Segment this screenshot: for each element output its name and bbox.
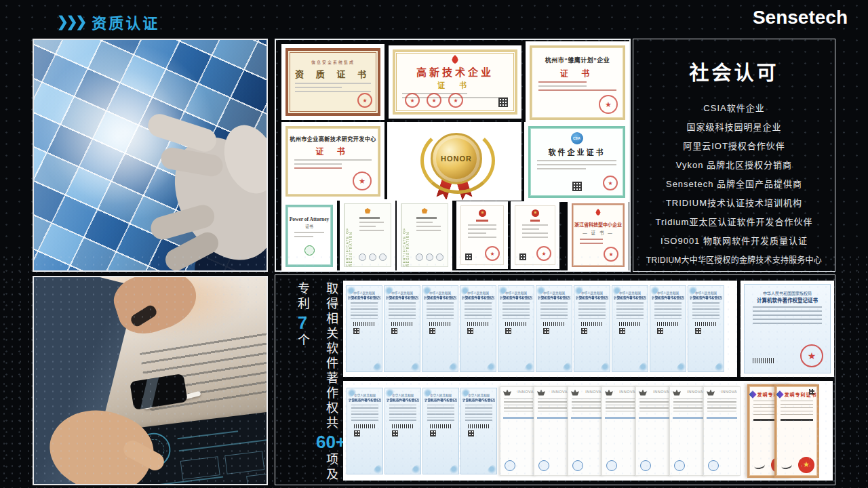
- certificate-gaoxin: 高新技术企业 证 书 ★ ★ ★: [389, 45, 521, 119]
- certificate-title: 资 质 证 书: [288, 67, 378, 80]
- software-copyright-certificate: 中华人民共和国 计算机软件著作权登记证书: [536, 285, 572, 372]
- social-item: 阿里云IOT授权合作伙伴: [633, 137, 835, 156]
- certificate-title: 中华人民共和国: [385, 393, 420, 397]
- software-copyright-certificate: 中华人民共和国 计算机软件著作权登记证书: [460, 285, 496, 372]
- chevrons-icon: ❯❯❯: [57, 13, 85, 30]
- registration-side-text: CERTIFICATE OF REGISTRATION: [344, 204, 353, 266]
- coat-of-arms-icon: [605, 390, 613, 396]
- social-item: Tridium亚太区认证软件开发合作伙伴: [633, 213, 835, 232]
- certificate-text-lines: [670, 399, 706, 412]
- social-item: TRIDIUM大中华区授权的金牌技术支持服务中心: [633, 251, 835, 270]
- certificate-title: 浙江省科技型中小企业: [573, 221, 623, 228]
- signature-mark: [781, 461, 792, 470]
- social-heading: 社会认可: [633, 57, 835, 85]
- divider-band: [571, 417, 601, 419]
- certificate-title: 中华人民共和国: [498, 291, 534, 295]
- certificate-text-lines: [410, 222, 448, 231]
- certificate-title: 中华人民共和国: [688, 291, 724, 295]
- invention-patent-certificate: 发明专利证书 ★: [774, 384, 819, 478]
- qr-code: [619, 328, 625, 334]
- certificate-title: 计算机软件著作权登记证书: [500, 295, 532, 299]
- certificate-text-lines: [612, 302, 648, 319]
- certificate-title: 软件企业证书: [530, 146, 623, 157]
- qr-code: [468, 430, 474, 436]
- certificate-chuying: 杭州市“雏鹰计划”企业 证 书 ★: [526, 41, 629, 124]
- blue-seal-icon: [674, 460, 685, 471]
- barcode: [619, 322, 641, 326]
- national-emblem-icon: [479, 209, 486, 217]
- barcode: [505, 322, 527, 326]
- red-seal-icon: ★: [353, 171, 372, 190]
- software-copyright-certificate: 中华人民共和国 计算机软件著作权登记证书: [688, 285, 724, 372]
- qr-code: [391, 328, 397, 334]
- blue-seal-icon: [505, 460, 515, 471]
- coat-of-arms-icon: [639, 390, 647, 396]
- divider-bar: [781, 419, 813, 421]
- certificate-title: 杭州市企业高新技术研究开发中心: [288, 135, 378, 142]
- certificate-subtitle: 证 书: [395, 79, 515, 90]
- social-item: ISO9001 物联网软件开发质量认证: [633, 232, 835, 251]
- barcode: [467, 322, 489, 326]
- innovation-patent-certificate: INNOVA: [703, 386, 741, 476]
- qr-code: [353, 328, 359, 334]
- certificate-title: 计算机软件著作权登记证书: [387, 397, 419, 401]
- software-copyright-certificate: 中华人民共和国 计算机软件著作权登记证书: [347, 388, 383, 474]
- certificate-text-lines: [776, 401, 817, 415]
- software-copyright-certificate: 中华人民共和国 计算机软件著作权登记证书: [422, 388, 459, 474]
- copyright-certificate-large: 中华人民共和国国家版权局 计算机软件著作权登记证书 ★: [741, 281, 834, 377]
- certificate-title: 中华人民共和国: [461, 393, 496, 397]
- divider-band: [605, 417, 635, 419]
- blue-seal-icon: [640, 460, 651, 471]
- certificate-text-lines: [500, 399, 536, 412]
- blue-seal-icon: [572, 460, 583, 471]
- barcode: [581, 322, 603, 326]
- divider-band: [537, 417, 568, 419]
- innova-label: INNOVA: [619, 390, 635, 394]
- certificate-title: 中华人民共和国: [423, 393, 458, 397]
- copyright-count: 60+: [316, 431, 346, 453]
- certificate-title: 中华人民共和国国家版权局: [745, 290, 830, 296]
- certificate-subtitle: — 证 书 —: [573, 229, 623, 236]
- barcode: [468, 424, 490, 428]
- vertical-caption-col2: 专利7个: [294, 282, 311, 485]
- coat-of-arms-icon: [571, 390, 579, 396]
- coat-of-arms-icon: [707, 390, 715, 396]
- software-copyright-certificate: 中华人民共和国 计算机软件著作权登记证书: [460, 388, 497, 474]
- certificate-text-lines: [688, 302, 724, 319]
- qr-code: [392, 430, 398, 436]
- barcode: [543, 322, 565, 326]
- seal-row: [416, 253, 443, 261]
- software-copyright-certificate: 中华人民共和国 计算机软件著作权登记证书: [346, 285, 382, 372]
- certificate-title: 计算机软件著作权登记证书: [349, 397, 381, 401]
- certificate-text-lines: [460, 302, 496, 319]
- qr-code: [465, 253, 472, 260]
- innova-label: INNOVA: [687, 390, 703, 394]
- company-logo: Sensetech: [753, 7, 848, 28]
- tablet-ui-box: [246, 472, 268, 485]
- photo-touchscreen-wall: [33, 39, 268, 272]
- qr-code: [354, 430, 360, 436]
- certificate-title: Power of Attorney: [288, 216, 331, 222]
- copyright-group: 中华人民共和国 计算机软件著作权登记证书 中华人民共和国 计算机软件著作权登记证…: [346, 388, 498, 474]
- certificate-subtitle: 证书: [288, 223, 331, 229]
- certificate-license-2: ★: [511, 201, 559, 269]
- honor-medal-card: HONOR: [387, 122, 521, 201]
- honor-medal-icon: HONOR: [419, 126, 490, 197]
- certificate-text-lines: [498, 302, 534, 319]
- certificate-title: 中华人民共和国: [384, 291, 420, 295]
- certificate-title: 中华人民共和国: [574, 291, 610, 295]
- certificate-text-lines: [704, 399, 740, 412]
- software-copyright-certificate: 中华人民共和国 计算机软件著作权登记证书: [650, 285, 686, 372]
- certificate-registration-1: CERTIFICATE OF REGISTRATION: [340, 199, 395, 271]
- seal-row: [359, 253, 387, 261]
- national-emblem-icon: [532, 209, 539, 217]
- certificate-text-lines: [602, 399, 638, 412]
- red-seal-icon: ★: [603, 176, 618, 190]
- certificate-title: 计算机软件著作权登记证书: [425, 397, 457, 401]
- certificate-text-lines: [573, 239, 623, 244]
- software-copyright-certificate: 中华人民共和国 计算机软件著作权登记证书: [574, 285, 610, 372]
- red-star-seal-icon: ★: [798, 457, 814, 473]
- software-copyright-certificate: 中华人民共和国 计算机软件著作权登记证书: [498, 285, 534, 372]
- barcode: [391, 322, 413, 326]
- divider-band: [707, 417, 737, 419]
